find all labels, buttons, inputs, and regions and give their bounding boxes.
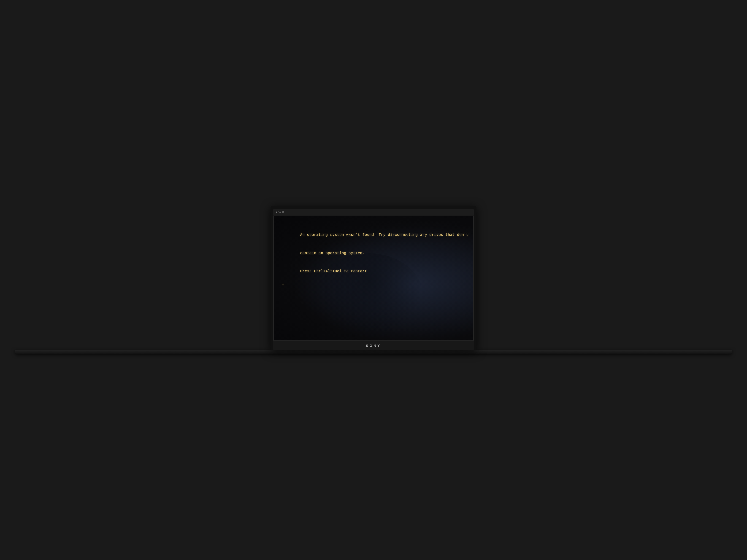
blinking-cursor: _ [282, 282, 465, 286]
laptop-bottom-bezel: SONY [273, 341, 474, 350]
error-message: An operating system wasn't found. Try di… [282, 226, 465, 281]
laptop-outer: VAIO An operating system wasn't found. T… [271, 206, 476, 350]
screen-inner: An operating system wasn't found. Try di… [274, 216, 473, 340]
sony-logo: SONY [366, 344, 381, 347]
error-line-2: contain an operating system. [300, 251, 365, 255]
error-line-1: An operating system wasn't found. Try di… [300, 233, 469, 237]
error-line-3: Press Ctrl+Alt+Del to restart [300, 269, 367, 273]
laptop-base [15, 350, 732, 354]
laptop-screen: An operating system wasn't found. Try di… [273, 215, 474, 341]
vaio-logo: VAIO [276, 210, 284, 214]
laptop-top-bar: VAIO [273, 209, 474, 215]
